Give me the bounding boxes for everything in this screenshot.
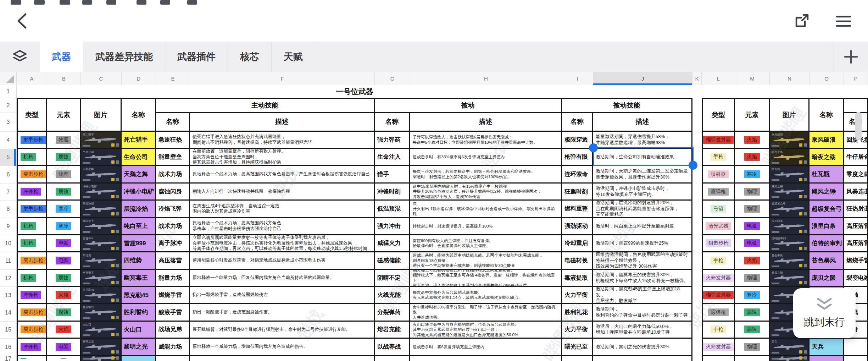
cell-passive-desc[interactable]: 造成击杀时，能够为武器主动技能充能。若两个主动技能均未完成充能， 则各回复15点…	[410, 252, 562, 270]
cell-passive-skill-name[interactable]: 燃料重整	[562, 201, 593, 218]
cell-weapon-name[interactable]: 胜利誓约	[122, 304, 156, 322]
column-header-J[interactable]: J	[593, 72, 692, 85]
cell-passive-desc[interactable]: 持续射击时，射速逐渐提升，最高提升100%	[410, 218, 562, 235]
cell-element-right[interactable]: 寒冷	[735, 166, 770, 184]
row-number[interactable]: 8	[0, 201, 17, 218]
cell-passive-name[interactable]: 威猛火力	[375, 235, 410, 253]
cell-type[interactable]	[17, 356, 47, 361]
cell-element-right[interactable]: 腐蚀	[735, 304, 770, 322]
header-next-group[interactable]	[844, 98, 868, 113]
cell-element-right[interactable]: 电弧	[735, 235, 770, 253]
cell-passive-skill-name[interactable]: 连环索命	[562, 166, 593, 184]
cell-element-right[interactable]: 寒冷	[735, 287, 770, 304]
tab-武器[interactable]: 武器	[40, 42, 83, 72]
cell-type[interactable]: 机枪	[17, 218, 47, 235]
row-number[interactable]: 3	[0, 113, 17, 132]
cell-element[interactable]: 物理	[47, 132, 81, 149]
cell-passive-skill-name[interactable]: 冷却重启	[562, 235, 593, 253]
cell-passive-skill-desc[interactable]: 激活期间，黎明之光的伤害提升30%	[593, 339, 692, 356]
header-passive-skill-name[interactable]: 名称	[562, 113, 593, 132]
cell-passive-skill-desc[interactable]: 激活期间， 胜利誓约的子弹命中目标时必定分裂一颗子弹	[593, 304, 692, 322]
cell-passive-name[interactable]: 磁感储能	[375, 252, 410, 270]
cell-type[interactable]: 突击步枪	[17, 304, 47, 322]
cell-passive-skill-desc[interactable]: 激活时，纯白至上立即提升至最高射速	[593, 218, 692, 235]
cell-active-skill-name[interactable]: 威能力场	[156, 339, 190, 356]
cell-element[interactable]: 寒冷	[47, 218, 81, 235]
cell-passive-desc[interactable]: 命中目标时有30%概率分裂出一颗子弹，该子弹从命中点弹射至一定范围内随机敌 人并…	[410, 304, 562, 322]
weapon-image[interactable]: 死亡猎手	[81, 132, 122, 149]
cell-element-right[interactable]: 物理	[735, 270, 770, 287]
cell-type[interactable]: 冲锋枪	[17, 184, 47, 201]
weapon-image[interactable]: 伯特的审判	[770, 235, 809, 253]
weapon-image[interactable]: 浪里白条	[770, 218, 809, 235]
cell-next-skill-name[interactable]: 牛仔居合	[844, 149, 868, 166]
weapon-image[interactable]: 冲锋小电驴	[81, 184, 122, 201]
column-header-K[interactable]: K	[692, 72, 702, 85]
weapon-image[interactable]: 层流冷焰	[81, 201, 122, 218]
cell-element[interactable]: 火焰	[47, 287, 81, 304]
cell-passive-desc[interactable]: 造成击杀时，将6发备弹填充至主弹匣内	[410, 339, 562, 356]
row-number[interactable]: 14	[0, 304, 17, 322]
cell-weapon-name-right[interactable]: 暗夜之殇	[809, 149, 844, 166]
menu-icon[interactable]	[835, 15, 852, 29]
cell-weapon-name[interactable]: 生命公司	[122, 149, 156, 166]
cell-weapon-name-right[interactable]: 浪里白条	[809, 218, 844, 235]
weapon-image[interactable]: 火山口	[81, 322, 122, 339]
cell-element[interactable]: 物理	[47, 166, 81, 184]
cell-type[interactable]: 突击步枪	[17, 322, 47, 339]
header-passive-desc[interactable]: 描述	[410, 113, 562, 132]
cell-element[interactable]: 寒冷	[47, 201, 81, 218]
cell-next-skill-name[interactable]: 燃烧手雷	[844, 252, 868, 270]
cell-element[interactable]: 腐蚀	[47, 184, 81, 201]
cell-type[interactable]: 冲锋枪	[17, 287, 47, 304]
cell-active-skill-name[interactable]: 离子脉冲	[156, 235, 190, 253]
weapon-image[interactable]: 杜瓦瓶	[770, 166, 809, 184]
cell-passive-desc[interactable]: 使用该武器命中目标时将积累命中层数。换弹后，层流冷焰将进入追踪模式，每次 开火射…	[410, 201, 562, 218]
cell-type[interactable]: 机枪	[17, 235, 47, 253]
cell-element-right[interactable]: 物理	[735, 201, 770, 218]
column-header-I[interactable]: I	[562, 72, 593, 85]
cell-passive-skill-name[interactable]: 强劲驱动	[562, 218, 593, 235]
cell-active-skill-name[interactable]: 腐蚀闪身	[156, 184, 190, 201]
weapon-image[interactable]: 苔色暴风	[770, 252, 809, 270]
cell-passive-skill-desc[interactable]: 激活期间，层流冷焰的射速提升20%， 且在此期间消耗武器能量射击冰追踪弹， 直至…	[593, 201, 692, 218]
cell-weapon-name-right[interactable]: 庞贝之陨	[809, 270, 844, 287]
cell-type[interactable]: 冲锋枪	[17, 339, 47, 356]
weapon-image[interactable]	[81, 356, 122, 361]
cell-element-right[interactable]: 火焰	[735, 149, 770, 166]
cell-element[interactable]: 电弧	[47, 235, 81, 253]
cell-passive-skill-name[interactable]: 极限穿透	[562, 132, 593, 149]
cell-active-skill-desc[interactable]: 原地释放一个威能力场，增加范围内我方角色造成的伤害。	[190, 339, 375, 356]
row-number[interactable]: 16	[0, 339, 17, 356]
cell-passive-name[interactable]: 火线充能	[375, 287, 410, 304]
cell-element-right[interactable]: 物理	[735, 339, 770, 356]
weapon-image[interactable]: 生命公司	[81, 149, 122, 166]
cell-active-skill-desc[interactable]	[190, 356, 375, 361]
cell-weapon-name-right[interactable]: 超级复合弓	[809, 201, 844, 218]
cell-element[interactable]	[47, 356, 81, 361]
cell-passive-name[interactable]: 熔岩充能	[375, 322, 410, 339]
cell-element-right[interactable]: 物理	[735, 184, 770, 201]
cell-passive-name[interactable]	[375, 356, 410, 361]
column-header-A[interactable]: A	[17, 72, 47, 85]
vertical-scrollbar[interactable]	[855, 112, 862, 140]
cell-passive-name[interactable]: 强力弹药	[375, 132, 410, 149]
row-number[interactable]: 17	[0, 356, 17, 361]
cell-type[interactable]: 突击步枪	[17, 166, 47, 184]
cell-weapon-name-right[interactable]: 飓风之锤	[809, 184, 844, 201]
cell-type-right[interactable]: 榴弹发射器	[702, 132, 735, 149]
weapon-image[interactable]: 飓风之锤	[770, 184, 809, 201]
column-header-B[interactable]: B	[47, 72, 81, 85]
weapon-image[interactable]: 乘风破浪	[770, 132, 809, 149]
cell-active-skill-name[interactable]: 能量力场	[156, 270, 190, 287]
cell-active-skill-desc[interactable]: 朝输入方向进行一次快速移动并残留一枚腐蚀炸弹	[190, 184, 375, 201]
cell-weapon-name-right[interactable]: 杜瓦瓶	[809, 166, 844, 184]
cell-passive-desc[interactable]: 每次命中将额外为后台其他武器充能。 火元素武器每次充能1.14点，其他元素武器每…	[410, 287, 562, 304]
cell-element-right[interactable]: 腐蚀	[735, 322, 770, 339]
cell-next-skill-name[interactable]: 风暴连击	[844, 184, 868, 201]
tab-武器插件[interactable]: 武器插件	[165, 42, 228, 72]
cell-element[interactable]: 腐蚀	[47, 304, 81, 322]
cell-active-skill-name[interactable]	[156, 356, 190, 361]
cell-active-skill-name[interactable]: 高压落雷	[156, 252, 190, 270]
cell-active-skill-name[interactable]: 酸液手雷	[156, 304, 190, 322]
